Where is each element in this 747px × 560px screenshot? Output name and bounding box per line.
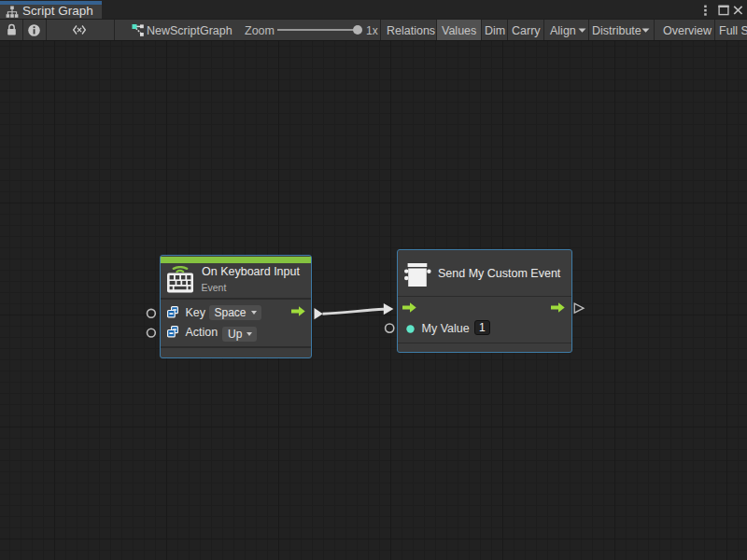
svg-text:1x: 1x bbox=[366, 24, 378, 37]
